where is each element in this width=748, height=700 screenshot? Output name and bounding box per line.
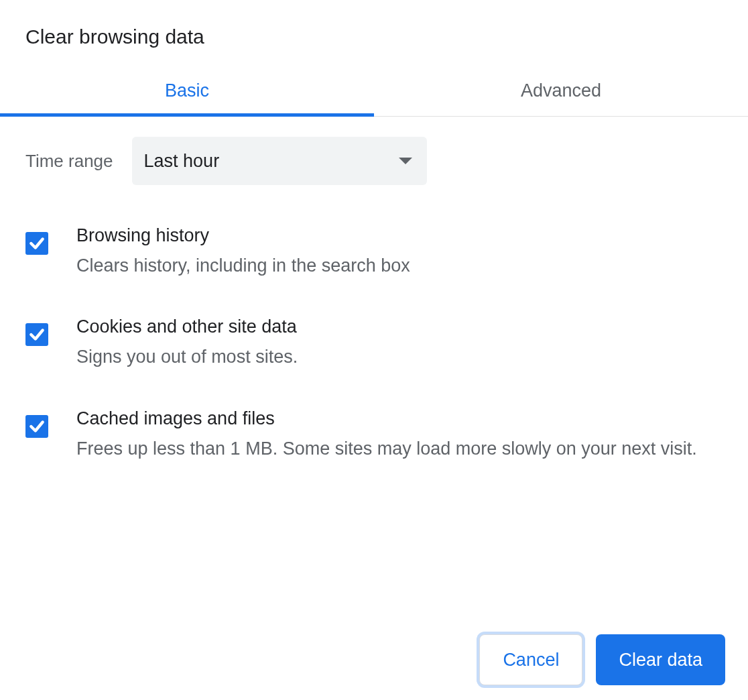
option-title: Browsing history xyxy=(76,223,723,249)
tab-advanced[interactable]: Advanced xyxy=(374,67,748,116)
option-browsing-history: Browsing history Clears history, includi… xyxy=(25,223,723,280)
tabs: Basic Advanced xyxy=(0,67,748,117)
cancel-button[interactable]: Cancel xyxy=(479,634,582,685)
time-range-value: Last hour xyxy=(144,151,220,172)
caret-down-icon xyxy=(399,158,412,164)
checkbox-cookies[interactable] xyxy=(25,323,48,346)
clear-browsing-data-dialog: Clear browsing data Basic Advanced Time … xyxy=(0,0,748,700)
option-text: Browsing history Clears history, includi… xyxy=(76,223,723,280)
option-text: Cached images and files Frees up less th… xyxy=(76,406,723,463)
option-title: Cookies and other site data xyxy=(76,314,723,340)
check-icon xyxy=(28,418,46,435)
option-text: Cookies and other site data Signs you ou… xyxy=(76,314,723,371)
clear-data-button[interactable]: Clear data xyxy=(596,634,725,685)
check-icon xyxy=(28,235,46,252)
time-range-select[interactable]: Last hour xyxy=(132,137,427,185)
checkbox-cached[interactable] xyxy=(25,415,48,438)
tab-basic[interactable]: Basic xyxy=(0,67,374,116)
time-range-label: Time range xyxy=(25,151,113,172)
option-desc: Signs you out of most sites. xyxy=(76,343,723,371)
dialog-body: Time range Last hour Browsing history Cl… xyxy=(0,117,748,634)
option-cookies: Cookies and other site data Signs you ou… xyxy=(25,314,723,371)
option-cached: Cached images and files Frees up less th… xyxy=(25,406,723,463)
option-desc: Clears history, including in the search … xyxy=(76,251,723,280)
checkbox-browsing-history[interactable] xyxy=(25,232,48,255)
dialog-title: Clear browsing data xyxy=(0,0,748,67)
option-desc: Frees up less than 1 MB. Some sites may … xyxy=(76,434,723,463)
option-title: Cached images and files xyxy=(76,406,723,432)
time-range-row: Time range Last hour xyxy=(25,137,723,185)
check-icon xyxy=(28,326,46,343)
dialog-footer: Cancel Clear data xyxy=(0,634,748,700)
